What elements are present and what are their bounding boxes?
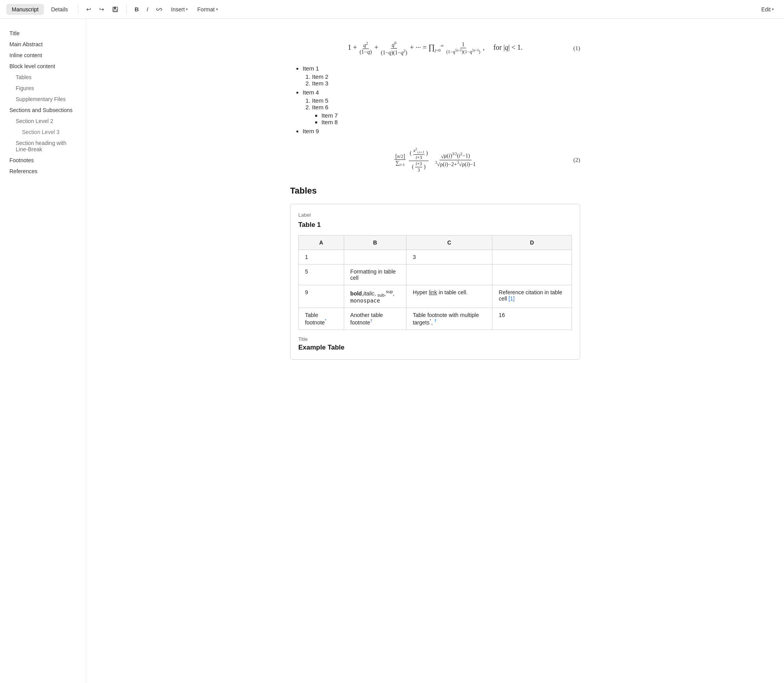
undo-button[interactable]: ↩ [83,4,94,15]
sidebar-item-section-level-2[interactable]: Section Level 2 [6,116,80,126]
list-item-5: Item 5 [312,97,580,104]
insert-dropdown[interactable]: Insert ▾ [167,4,192,15]
table1-label: Label [298,212,572,218]
equation-2: [n/2] ∑i=1 ( x2i,i+1 i+3 ) [290,147,580,173]
sidebar-item-block-level-content[interactable]: Block level content [6,61,80,71]
cell-2-d [492,264,572,285]
footnote-marker-star2: * [430,318,431,323]
cell-4-c: Table footnote with multiple targets*, † [406,308,492,330]
link-icon [156,6,162,13]
monospace-text: monospace [350,297,380,304]
sidebar-item-supplementary-files[interactable]: Supplementary Files [6,94,80,104]
table-row: 5 Formatting in table cell [299,264,572,285]
sub-text: sub [377,293,385,297]
toolbar-divider-2 [126,5,127,14]
sidebar-item-tables[interactable]: Tables [6,72,80,82]
sidebar-item-section-level-3[interactable]: Section Level 3 [6,127,80,137]
list-item-1-label: Item 1 [303,65,319,72]
col-b: B [344,235,406,250]
list-item-9: Item 9 [303,128,580,134]
list-item-6: Item 6 Item 7 Item 8 [312,104,580,125]
sidebar-item-title[interactable]: Title [6,28,80,38]
sidebar-item-inline-content[interactable]: Inline content [6,50,80,60]
cell-4-b: Another table footnote† [344,308,406,330]
list-item-8: Item 8 [321,119,580,125]
footnote-marker-dagger2: † [434,318,437,323]
content-list: Item 1 Item 2 Item 3 Item 4 Item 5 Item … [303,65,580,134]
insert-label: Insert [171,6,185,13]
table1-container: Label Table 1 A B C D 1 3 [290,204,580,360]
footnote-marker-dagger: † [370,318,372,323]
cell-1-b [344,250,406,264]
list-item-7: Item 7 [321,112,580,119]
list-item-9-label: Item 9 [303,128,319,134]
ref-link-1[interactable]: [1] [508,295,515,302]
col-d: D [492,235,572,250]
table-row: Table footnote* Another table footnote† … [299,308,572,330]
tab-manuscript[interactable]: Manuscript [6,4,44,15]
cell-2-b: Formatting in table cell [344,264,406,285]
equation-2-content: [n/2] ∑i=1 ( x2i,i+1 i+3 ) [394,147,476,173]
table1-body: 1 3 5 Formatting in table cell 9 [299,250,572,330]
app-layout: Title Main Abstract Inline content Block… [0,19,784,683]
cell-1-d [492,250,572,264]
tables-heading: Tables [290,186,580,196]
svg-rect-2 [114,10,117,11]
list-item-2: Item 2 [312,73,580,80]
list-item-1-sublist: Item 2 Item 3 [312,73,580,87]
cell-4-a: Table footnote* [299,308,344,330]
table-row: 1 3 [299,250,572,264]
table1-header: A B C D [299,235,572,250]
sidebar-item-footnotes[interactable]: Footnotes [6,155,80,165]
svg-rect-1 [114,7,116,9]
cell-3-b: bold,italic, sub,sup, monospace [344,285,406,308]
sidebar-item-sections-and-subsections[interactable]: Sections and Subsections [6,105,80,115]
table-row: 9 bold,italic, sub,sup, monospace Hyper … [299,285,572,308]
format-dropdown[interactable]: Format ▾ [193,4,221,15]
main-content: 1 + q2 (1−q) + q6 (1−q)(1−q2) + ··· = ∏j… [259,19,612,683]
list-item-4-label: Item 4 [303,89,319,96]
italic-text: italic [363,290,374,296]
hyper-link[interactable]: link [429,289,437,295]
insert-chevron: ▾ [186,7,188,11]
toolbar: Manuscript Details ↩ ↪ B I Insert ▾ Form… [0,0,784,19]
cell-2-c [406,264,492,285]
cell-3-c: Hyper link in table cell. [406,285,492,308]
table2-title: Example Table [298,344,572,351]
bold-text: bold [350,290,362,296]
edit-chevron: ▾ [772,7,774,11]
edit-dropdown[interactable]: Edit ▾ [757,4,778,15]
italic-button[interactable]: I [143,4,151,15]
cell-3-d: Reference citation in table cell [1] [492,285,572,308]
sidebar-item-section-heading-line-break[interactable]: Section heading with Line-Break [6,138,80,154]
tab-details[interactable]: Details [45,4,73,15]
cell-3-a: 9 [299,285,344,308]
footnote-marker-star: * [325,318,327,323]
table1-title: Table 1 [298,221,572,229]
list-item-3: Item 3 [312,80,580,87]
sidebar: Title Main Abstract Inline content Block… [0,19,86,683]
redo-button[interactable]: ↪ [96,4,107,15]
format-chevron: ▾ [216,7,218,11]
cell-2-a: 5 [299,264,344,285]
list-item-4: Item 4 Item 5 Item 6 Item 7 Item 8 [303,89,580,125]
list-item-1: Item 1 Item 2 Item 3 [303,65,580,87]
eq1-number: (1) [573,45,581,52]
format-label: Format [197,6,214,13]
sidebar-item-references[interactable]: References [6,166,80,176]
cell-4-d: 16 [492,308,572,330]
table1: A B C D 1 3 5 [298,235,572,330]
save-button[interactable] [109,4,122,15]
equation-1: 1 + q2 (1−q) + q6 (1−q)(1−q2) + ··· = ∏j… [290,41,580,56]
list-item-4-sublist: Item 5 Item 6 Item 7 Item 8 [312,97,580,125]
bold-button[interactable]: B [131,4,142,15]
save-icon [112,6,118,13]
toolbar-divider-1 [78,5,78,14]
sidebar-item-figures[interactable]: Figures [6,83,80,93]
sidebar-item-main-abstract[interactable]: Main Abstract [6,39,80,49]
link-button[interactable] [153,4,165,15]
col-c: C [406,235,492,250]
equation-1-content: 1 + q2 (1−q) + q6 (1−q)(1−q2) + ··· = ∏j… [348,41,523,56]
sup-text: sup [386,289,393,294]
eq2-number: (2) [573,157,581,163]
